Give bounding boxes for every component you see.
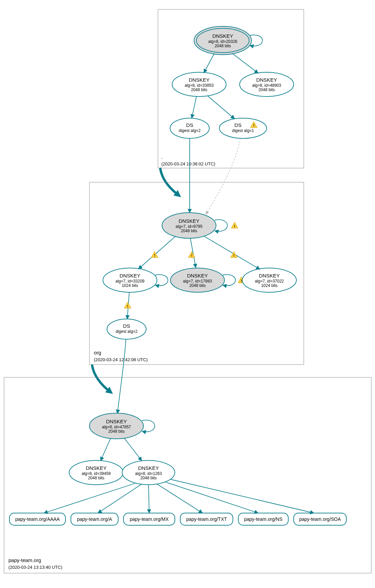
svg-text:DNSKEY: DNSKEY: [86, 465, 107, 471]
edge-dom-ksk-k1: [101, 438, 111, 461]
edge-dom-ksk-self: [142, 420, 155, 432]
svg-text:!: !: [233, 253, 235, 258]
svg-text:papy-team.org/A: papy-team.org/A: [77, 516, 112, 522]
svg-text:2048 bits: 2048 bits: [88, 476, 105, 480]
node-org-k2: DNSKEY alg=7, id=17883 2048 bits: [170, 268, 224, 292]
edge-org-ksk-k3: [204, 236, 260, 269]
svg-text:papy-team.org/AAAA: papy-team.org/AAAA: [15, 516, 60, 522]
warning-icon: !: [124, 302, 131, 308]
node-org-ksk: DNSKEY alg=7, id=9795 2048 bits: [162, 213, 216, 238]
zone-domain-label: papy-team.org: [8, 557, 41, 563]
zone-root-time: (2020-03-24 10:36:02 UTC): [161, 161, 215, 166]
svg-text:DNSKEY: DNSKEY: [179, 218, 199, 224]
zone-org-time: (2020-03-24 12:42:08 UTC): [94, 357, 148, 362]
svg-text:papy-team.org/NS: papy-team.org/NS: [244, 516, 283, 522]
edge-root-ds1-org-ksk: [206, 138, 240, 214]
node-dom-k2: DNSKEY alg=8, id=1263 2048 bits: [122, 460, 175, 485]
zone-org: org (2020-03-24 12:42:08 UTC) DNSKEY alg…: [89, 138, 304, 365]
svg-text:DNSKEY: DNSKEY: [119, 273, 140, 278]
edge-dom-ksk-k2: [124, 438, 142, 461]
svg-text:!: !: [154, 253, 155, 258]
rrset-a: papy-team.org/A: [71, 513, 118, 525]
node-dom-k1: DNSKEY alg=8, id=39459 2048 bits: [69, 460, 123, 485]
zone-domain-time: (2020-03-24 13:13:40 UTC): [8, 565, 62, 570]
zone-root-label: .: [161, 154, 163, 160]
edge-root-zsk1-ds1: [208, 96, 235, 119]
edge-org-ksk-k1: [138, 236, 176, 269]
svg-text:DS: DS: [235, 122, 242, 128]
svg-text:alg=7, id=37022: alg=7, id=37022: [255, 279, 284, 284]
svg-text:alg=8, id=48903: alg=8, id=48903: [252, 83, 281, 88]
svg-text:!: !: [241, 279, 242, 283]
svg-text:2048 bits: 2048 bits: [181, 229, 197, 233]
zone-org-label: org: [94, 350, 101, 355]
svg-text:2048 bits: 2048 bits: [189, 283, 206, 288]
svg-text:DNSKEY: DNSKEY: [138, 465, 159, 471]
svg-text:papy-team.org/TXT: papy-team.org/TXT: [186, 516, 227, 522]
svg-text:1024 bits: 1024 bits: [122, 283, 138, 288]
svg-text:digest alg=2: digest alg=2: [115, 329, 137, 334]
svg-text:digest alg=2: digest alg=2: [179, 128, 200, 133]
svg-text:alg=8, id=47857: alg=8, id=47857: [102, 425, 131, 429]
svg-text:alg=8, id=39459: alg=8, id=39459: [82, 471, 111, 476]
edge-org-ds-dom-ksk: [117, 339, 126, 413]
warning-icon: !: [188, 251, 195, 258]
svg-text:2048 bits: 2048 bits: [140, 476, 157, 480]
svg-text:alg=7, id=33209: alg=7, id=33209: [115, 279, 144, 284]
svg-text:alg=7, id=9795: alg=7, id=9795: [176, 224, 203, 229]
edge-zone-root-to-org: [160, 169, 177, 194]
svg-text:2048 bits: 2048 bits: [108, 429, 125, 434]
node-root-ds1: DS digest alg=1 !: [219, 118, 267, 138]
svg-text:papy-team.org/SOA: papy-team.org/SOA: [299, 516, 341, 522]
edge-root-ksk-zsk1: [204, 53, 214, 73]
svg-text:DNSKEY: DNSKEY: [212, 33, 233, 39]
node-org-ds: DS digest alg=2: [107, 319, 146, 339]
svg-text:alg=7, id=17883: alg=7, id=17883: [183, 279, 212, 284]
svg-text:DNSKEY: DNSKEY: [106, 419, 127, 424]
node-org-k3: DNSKEY alg=7, id=37022 1024 bits: [242, 268, 296, 292]
edge-dom-k2-mx: [149, 485, 149, 513]
svg-text:!: !: [234, 224, 235, 228]
svg-text:1024 bits: 1024 bits: [261, 283, 278, 288]
svg-text:DNSKEY: DNSKEY: [187, 273, 208, 278]
edge-dom-k2-txt: [157, 484, 203, 513]
svg-rect-48: [4, 377, 371, 573]
edge-dom-k2-ns: [165, 482, 258, 513]
svg-text:!: !: [191, 253, 192, 258]
edge-root-ksk-zsk2: [232, 53, 258, 73]
rrset-ns: papy-team.org/NS: [238, 513, 288, 525]
edge-root-zsk1-ds2: [192, 97, 196, 118]
svg-text:alg=8, id=20326: alg=8, id=20326: [208, 39, 237, 44]
node-root-ksk: DNSKEY alg=8, id=20326 2048 bits: [194, 26, 251, 55]
svg-text:alg=8, id=33853: alg=8, id=33853: [185, 83, 214, 88]
node-dom-ksk: DNSKEY alg=8, id=47857 2048 bits: [89, 413, 143, 439]
rrset-soa: papy-team.org/SOA: [294, 513, 346, 525]
svg-text:2048 bits: 2048 bits: [215, 44, 231, 48]
node-org-k1: DNSKEY alg=7, id=33209 1024 bits: [103, 268, 157, 292]
node-root-ds2: DS digest alg=2: [170, 118, 209, 138]
svg-text:DS: DS: [186, 122, 193, 128]
edge-dom-k2-aaaa: [44, 483, 135, 513]
svg-text:digest alg=1: digest alg=1: [232, 128, 254, 133]
svg-text:!: !: [127, 304, 128, 308]
svg-text:2048 bits: 2048 bits: [191, 87, 208, 92]
zone-domain: papy-team.org (2020-03-24 13:13:40 UTC) …: [4, 339, 371, 573]
svg-text:!: !: [253, 124, 255, 128]
svg-text:papy-team.org/MX: papy-team.org/MX: [130, 516, 169, 522]
node-root-zsk2: DNSKEY alg=8, id=48903 2048 bits: [240, 72, 294, 97]
svg-text:DNSKEY: DNSKEY: [189, 77, 210, 83]
warning-icon: !: [231, 222, 238, 228]
svg-text:DNSKEY: DNSKEY: [256, 77, 277, 83]
svg-text:alg=8, id=1263: alg=8, id=1263: [135, 471, 162, 476]
svg-text:2048 bits: 2048 bits: [259, 87, 275, 92]
svg-text:DNSKEY: DNSKEY: [259, 273, 280, 278]
zone-root: . (2020-03-24 10:36:02 UTC) DNSKEY alg=8…: [158, 9, 304, 168]
svg-text:DS: DS: [123, 323, 130, 329]
edge-org-ksk-self: [215, 220, 227, 232]
edge-zone-org-to-domain: [92, 366, 109, 391]
rrset-mx: papy-team.org/MX: [124, 513, 175, 525]
node-root-zsk1: DNSKEY alg=8, id=33853 2048 bits: [172, 72, 226, 97]
rrset-aaaa: papy-team.org/AAAA: [9, 513, 65, 525]
rrset-txt: papy-team.org/TXT: [180, 513, 233, 525]
